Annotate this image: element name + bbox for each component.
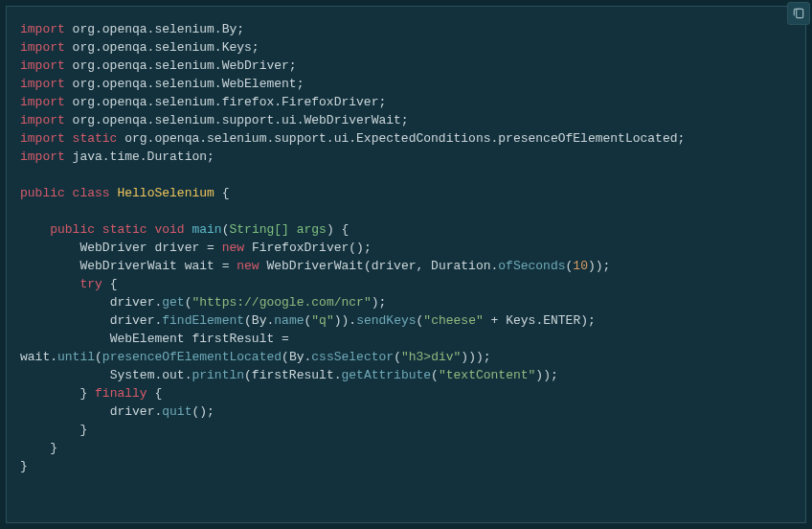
code-line: import org.openqa.selenium.WebElement; xyxy=(20,77,304,91)
code-line: try { xyxy=(20,277,117,291)
code-line: import org.openqa.selenium.Keys; xyxy=(20,40,259,55)
code-line: wait.until(presenceOfElementLocated(By.c… xyxy=(20,350,491,364)
code-token: )); xyxy=(588,259,610,273)
code-token: try xyxy=(79,277,109,291)
code-token: System.out. xyxy=(110,368,192,382)
code-token: new xyxy=(222,241,252,255)
code-token: get xyxy=(162,295,184,310)
code-token: public xyxy=(20,186,73,200)
code-token: import xyxy=(20,77,73,91)
code-token: HelloSelenium xyxy=(117,186,214,200)
code-token: import xyxy=(20,58,73,73)
code-line: WebElement firstResult = xyxy=(20,332,297,346)
code-token: org.openqa.selenium.support.ui.ExpectedC… xyxy=(124,131,685,146)
code-token: import xyxy=(20,95,73,109)
code-token: "h3>div" xyxy=(401,350,461,364)
code-token: getAttribute xyxy=(341,368,431,382)
code-token: + Keys.ENTER); xyxy=(484,313,596,328)
code-token: import xyxy=(20,150,73,164)
code-token: driver. xyxy=(110,404,163,419)
code-line: import org.openqa.selenium.support.ui.We… xyxy=(20,113,409,127)
code-token: WebDriverWait wait = xyxy=(79,259,237,273)
code-token: } xyxy=(79,386,95,401)
code-token: org.openqa.selenium.Keys; xyxy=(73,40,259,55)
code-token: )); xyxy=(535,368,557,382)
code-token: cssSelector xyxy=(311,350,394,364)
code-line: } finally { xyxy=(20,386,162,401)
code-line: } xyxy=(20,459,28,473)
code-token: ); xyxy=(372,295,387,310)
code-token: println xyxy=(192,368,244,382)
code-line: import org.openqa.selenium.WebDriver; xyxy=(20,58,297,73)
code-token: until xyxy=(57,350,95,364)
code-token: quit xyxy=(162,404,192,419)
code-token: "q" xyxy=(311,313,333,328)
code-line: System.out.println(firstResult.getAttrib… xyxy=(20,368,558,382)
code-token: WebElement firstResult = xyxy=(110,332,297,346)
code-content: import org.openqa.selenium.By; import or… xyxy=(20,20,792,475)
code-token: { xyxy=(110,277,118,291)
code-token: org.openqa.selenium.WebDriver; xyxy=(73,58,297,73)
code-token: import xyxy=(20,40,73,55)
code-token: name xyxy=(274,313,304,328)
code-token: import xyxy=(20,131,73,146)
code-token: import xyxy=(20,22,73,36)
code-token: org.openqa.selenium.firefox.FirefoxDrive… xyxy=(73,95,387,109)
code-token: "textContent" xyxy=(439,368,535,382)
code-token: WebDriver driver = xyxy=(79,241,221,255)
code-token: new xyxy=(237,259,266,273)
code-token: presenceOfElementLocated xyxy=(102,350,282,364)
code-token: { xyxy=(214,186,230,200)
code-line: import org.openqa.selenium.firefox.Firef… xyxy=(20,95,386,109)
code-token: ( xyxy=(431,368,439,382)
code-line: public static void main(String[] args) { xyxy=(20,222,349,237)
code-line: } xyxy=(20,441,57,455)
code-token: public xyxy=(50,222,102,237)
code-token: ))); xyxy=(461,350,490,364)
code-token: void xyxy=(154,222,192,237)
code-token: )). xyxy=(334,313,356,328)
code-token: (); xyxy=(192,404,214,419)
code-token: (firstResult. xyxy=(244,368,341,382)
code-token: FirefoxDriver(); xyxy=(252,241,372,255)
code-token: } xyxy=(79,423,87,437)
code-token: wait. xyxy=(20,350,57,364)
code-token: } xyxy=(50,441,57,455)
code-token: (By. xyxy=(282,350,311,364)
code-line: public class HelloSelenium { xyxy=(20,186,229,200)
code-token: java.time.Duration; xyxy=(73,150,214,164)
code-token: driver. xyxy=(110,295,163,310)
code-token: } xyxy=(20,459,28,473)
code-line: WebDriverWait wait = new WebDriverWait(d… xyxy=(20,259,610,273)
code-token: static xyxy=(73,131,125,146)
code-token: ( xyxy=(95,350,102,364)
code-token: org.openqa.selenium.By; xyxy=(73,22,244,36)
code-line: } xyxy=(20,423,87,437)
code-token: class xyxy=(73,186,118,200)
code-token: String[] args xyxy=(229,222,326,237)
code-token: org.openqa.selenium.support.ui.WebDriver… xyxy=(73,113,409,127)
code-token: finally xyxy=(95,386,154,401)
code-token: main xyxy=(192,222,221,237)
code-token: import xyxy=(20,113,73,127)
code-line: import java.time.Duration; xyxy=(20,150,214,164)
code-token: static xyxy=(102,222,155,237)
svg-rect-0 xyxy=(797,9,803,17)
code-block: import org.openqa.selenium.By; import or… xyxy=(6,6,806,523)
code-token: ) { xyxy=(327,222,349,237)
code-line: driver.quit(); xyxy=(20,404,214,419)
code-token: "cheese" xyxy=(423,313,483,328)
code-token: 10 xyxy=(573,259,588,273)
code-line: import static org.openqa.selenium.suppor… xyxy=(20,131,685,146)
copy-button[interactable] xyxy=(787,2,810,25)
code-line: import org.openqa.selenium.By; xyxy=(20,22,244,36)
code-token: "https://google.com/ncr" xyxy=(192,295,371,310)
code-token: sendKeys xyxy=(356,313,416,328)
code-line: WebDriver driver = new FirefoxDriver(); xyxy=(20,241,372,255)
code-token: driver. xyxy=(110,313,163,328)
code-token: (By. xyxy=(244,313,274,328)
code-token: { xyxy=(154,386,162,401)
code-token: org.openqa.selenium.WebElement; xyxy=(73,77,304,91)
code-line: driver.get("https://google.com/ncr"); xyxy=(20,295,386,310)
clipboard-icon xyxy=(792,7,805,20)
